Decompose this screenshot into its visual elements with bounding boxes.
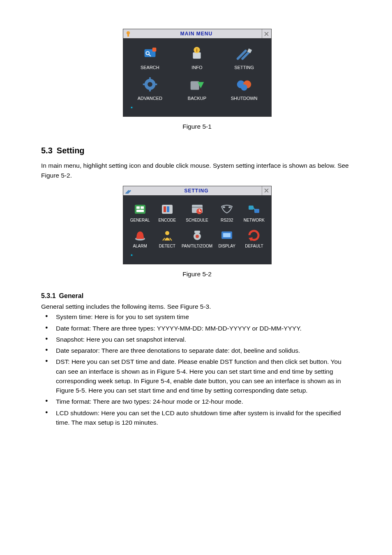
cursor-icon xyxy=(130,253,135,258)
cursor-icon xyxy=(130,106,135,111)
backup-icon xyxy=(187,77,206,92)
window-title: MAIN MENU xyxy=(131,30,262,37)
titlebar-icon xyxy=(125,30,131,37)
ptz-icon xyxy=(190,229,204,241)
schedule-icon xyxy=(190,203,204,215)
setting-item-alarm[interactable]: ALARM xyxy=(127,229,153,249)
svg-rect-29 xyxy=(136,206,140,209)
menu-label: SCHEDULE xyxy=(186,217,208,223)
detect-icon xyxy=(160,229,174,241)
svg-text:i: i xyxy=(196,48,198,53)
setting-item-network[interactable]: NETWORK xyxy=(241,203,267,223)
titlebar-icon xyxy=(125,187,131,194)
setting-item-ptz[interactable]: PAN/TILT/ZOOM xyxy=(182,229,212,249)
window-titlebar: SETTING xyxy=(123,186,271,196)
menu-label: ADVANCED xyxy=(138,95,162,102)
list-item: System time: Here is for you to set syst… xyxy=(41,312,353,321)
setting-item-schedule[interactable]: SCHEDULE xyxy=(182,203,212,223)
menu-label: DETECT xyxy=(159,243,175,249)
default-icon xyxy=(247,229,261,241)
setting-item-display[interactable]: DISPLAY xyxy=(214,229,240,249)
svg-point-40 xyxy=(223,206,225,208)
close-icon[interactable] xyxy=(262,186,271,195)
menu-label: SHUTDOWN xyxy=(231,95,258,102)
menu-item-advanced[interactable]: ADVANCED xyxy=(127,77,173,102)
menu-label: PAN/TILT/ZOOM xyxy=(182,243,212,249)
svg-rect-30 xyxy=(141,206,144,209)
setting-item-encode[interactable]: ENCODE xyxy=(154,203,180,223)
figure-caption: Figure 5-2 xyxy=(41,269,353,279)
window-body: GENERAL ENCODE SCHEDULE RS232 NETWORK AL… xyxy=(123,196,271,264)
svg-rect-42 xyxy=(249,206,254,210)
menu-label: DEFAULT xyxy=(245,243,263,249)
heading-title: General xyxy=(59,292,84,299)
svg-point-23 xyxy=(241,85,247,91)
menu-label: SETTING xyxy=(234,64,254,71)
window-titlebar: MAIN MENU xyxy=(123,29,271,39)
main-menu-grid: SEARCH i INFO SETTING ADVANCED BACKUP SH… xyxy=(127,46,267,102)
svg-point-41 xyxy=(228,206,231,208)
menu-label: NETWORK xyxy=(244,217,265,223)
menu-label: SEARCH xyxy=(141,64,159,71)
svg-rect-31 xyxy=(136,210,144,212)
menu-label: ALARM xyxy=(133,243,147,249)
setting-item-rs232[interactable]: RS232 xyxy=(214,203,240,223)
close-icon[interactable] xyxy=(262,29,271,38)
list-item: DST: Here you can set DST time and date.… xyxy=(41,357,353,395)
svg-rect-28 xyxy=(135,205,145,214)
svg-rect-8 xyxy=(193,52,201,58)
menu-item-info[interactable]: i INFO xyxy=(174,46,220,71)
menu-item-setting[interactable]: SETTING xyxy=(221,46,267,71)
setting-icon xyxy=(235,46,254,62)
list-item: Date separator: There are three denotati… xyxy=(41,346,353,355)
svg-line-47 xyxy=(163,238,165,240)
heading-number: 5.3.1 xyxy=(41,292,56,299)
window-footer xyxy=(127,249,267,262)
svg-rect-1 xyxy=(127,34,129,37)
list-item: Time format: There are two types: 24-hou… xyxy=(41,397,353,406)
menu-item-shutdown[interactable]: SHUTDOWN xyxy=(221,77,267,102)
encode-icon xyxy=(160,203,174,215)
menu-label: RS232 xyxy=(221,217,233,223)
menu-label: BACKUP xyxy=(188,95,206,102)
menu-label: DISPLAY xyxy=(218,243,235,249)
search-icon xyxy=(141,46,159,62)
intro-para-53: In main menu, highlight setting icon and… xyxy=(41,161,353,180)
svg-rect-7 xyxy=(152,48,157,52)
general-icon xyxy=(133,203,147,215)
list-item: LCD shutdown: Here you can set the LCD a… xyxy=(41,408,353,428)
intro-para-531: General setting includes the following i… xyxy=(41,302,353,311)
rs232-icon xyxy=(220,203,234,215)
setting-window: SETTING GENERAL ENCODE SCHEDULE RS232 xyxy=(123,186,272,264)
setting-grid: GENERAL ENCODE SCHEDULE RS232 NETWORK AL… xyxy=(127,203,267,249)
window-title: SETTING xyxy=(131,187,262,194)
display-icon xyxy=(220,229,234,241)
svg-point-51 xyxy=(196,235,199,238)
svg-point-14 xyxy=(148,82,152,87)
window-body: SEARCH i INFO SETTING ADVANCED BACKUP SH… xyxy=(123,39,271,116)
svg-point-46 xyxy=(165,231,169,235)
setting-item-general[interactable]: GENERAL xyxy=(127,203,153,223)
heading-53: 5.3Setting xyxy=(41,144,353,157)
svg-line-48 xyxy=(170,238,172,240)
list-item: Snapshot: Here you can set snapshot inte… xyxy=(41,335,353,344)
main-menu-window: MAIN MENU SEARCH i INFO SETTING ADVANCED xyxy=(123,29,272,117)
menu-item-search[interactable]: SEARCH xyxy=(127,46,173,71)
menu-label: INFO xyxy=(191,64,202,71)
list-item: Date format: There are three types: YYYY… xyxy=(41,324,353,333)
general-bullet-list: System time: Here is for you to set syst… xyxy=(41,312,353,427)
advanced-icon xyxy=(141,77,159,92)
network-icon xyxy=(247,203,261,215)
setting-item-detect[interactable]: DETECT xyxy=(154,229,180,249)
alarm-icon xyxy=(133,229,147,241)
svg-point-0 xyxy=(127,31,130,35)
menu-label: GENERAL xyxy=(130,217,150,223)
figure-caption: Figure 5-1 xyxy=(41,122,353,131)
heading-title: Setting xyxy=(57,146,85,155)
setting-item-default[interactable]: DEFAULT xyxy=(241,229,267,249)
shutdown-icon xyxy=(235,77,254,92)
menu-item-backup[interactable]: BACKUP xyxy=(174,77,220,102)
svg-rect-33 xyxy=(164,206,166,212)
menu-label: ENCODE xyxy=(158,217,176,223)
svg-rect-34 xyxy=(167,206,169,212)
